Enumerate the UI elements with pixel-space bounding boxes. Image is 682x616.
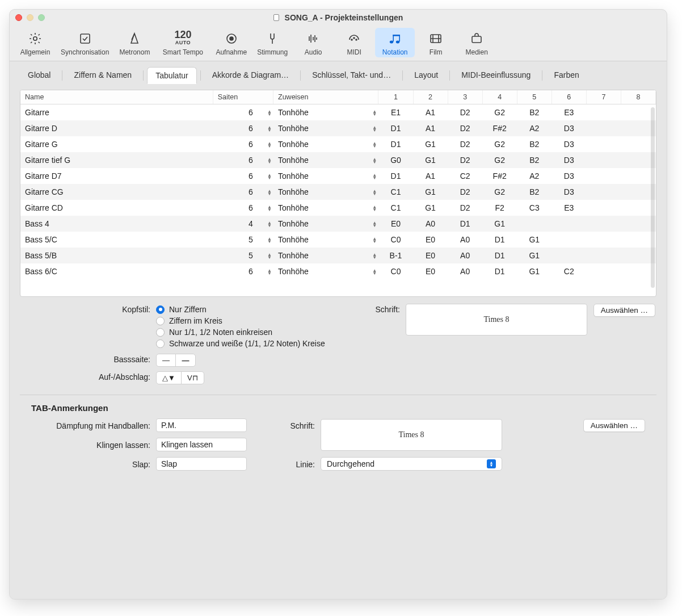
stepper-icon[interactable]: ▲▼ [372,190,377,195]
th-4[interactable]: 4 [482,90,517,104]
stepper-icon[interactable]: ▲▼ [267,190,272,195]
table-row[interactable]: Gitarre tief G6▲▼Tonhöhe▲▼G0G1D2G2B2D3 [20,152,656,168]
cell-saiten[interactable]: 6 [213,104,258,121]
tb-film[interactable]: Film [416,28,456,57]
cell-string-7[interactable] [586,263,621,279]
cell-zuweisen[interactable]: Tonhöhe [273,200,363,216]
tab-schluessel[interactable]: Schlüssel, Takt- und… [304,67,399,84]
cell-string-1[interactable]: C1 [378,184,413,200]
stepper-icon[interactable]: ▲▼ [267,269,272,275]
cell-string-5[interactable]: A2 [517,168,552,184]
cell-string-3[interactable]: D1 [448,216,482,232]
cell-zuweisen[interactable]: Tonhöhe [273,136,363,152]
tab-ziffern-namen[interactable]: Ziffern & Namen [66,67,140,84]
cell-string-5[interactable]: G1 [517,263,552,279]
cell-zuweisen[interactable]: Tonhöhe [273,248,363,263]
stepper-icon[interactable]: ▲▼ [267,237,272,243]
cell-string-3[interactable]: D2 [448,184,482,200]
cell-name[interactable]: Gitarre CG [20,184,213,200]
stepper-icon[interactable]: ▲▼ [372,237,377,243]
tab-farben[interactable]: Farben [546,67,587,84]
cell-string-3[interactable]: D2 [448,120,482,136]
close-window-button[interactable] [15,14,22,21]
cell-string-5[interactable]: C3 [517,200,552,216]
cell-string-6[interactable] [552,248,586,263]
cell-string-1[interactable]: D1 [378,168,413,184]
tab-midi-beeinflussung[interactable]: MIDI-Beeinflussung [453,67,538,84]
stepper-icon[interactable]: ▲▼ [267,126,272,132]
cell-string-4[interactable]: F#2 [482,168,517,184]
cell-string-1[interactable]: B-1 [378,248,413,263]
cell-string-1[interactable]: C0 [378,263,413,279]
cell-string-7[interactable] [586,104,621,121]
cell-string-5[interactable]: B2 [517,152,552,168]
cell-string-3[interactable]: D2 [448,200,482,216]
cell-zuweisen[interactable]: Tonhöhe [273,263,363,279]
cell-string-5[interactable]: B2 [517,184,552,200]
cell-name[interactable]: Gitarre [20,104,213,121]
th-saiten[interactable]: Saiten [213,90,273,104]
th-6[interactable]: 6 [552,90,586,104]
th-zuweisen[interactable]: Zuweisen [273,90,378,104]
cell-string-3[interactable]: A0 [448,263,482,279]
cell-name[interactable]: Gitarre CD [20,200,213,216]
th-3[interactable]: 3 [448,90,482,104]
cell-saiten[interactable]: 6 [213,168,258,184]
cell-string-1[interactable]: D1 [378,120,413,136]
cell-string-1[interactable]: E0 [378,216,413,232]
tab-akkorde[interactable]: Akkorde & Diagram… [204,67,297,84]
radio-nur-ziffern[interactable]: Nur Ziffern [156,304,360,315]
cell-string-4[interactable]: G2 [482,136,517,152]
cell-string-2[interactable]: A1 [413,104,448,121]
cell-saiten[interactable]: 6 [213,184,258,200]
cell-name[interactable]: Gitarre D7 [20,168,213,184]
cell-string-6[interactable]: D3 [552,120,586,136]
stepper-icon[interactable]: ▲▼ [372,206,377,211]
table-row[interactable]: Bass 5/C5▲▼Tonhöhe▲▼C0E0A0D1G1 [20,232,656,248]
stepper-icon[interactable]: ▲▼ [267,110,272,116]
cell-string-7[interactable] [586,120,621,136]
cell-string-4[interactable]: D1 [482,232,517,248]
cell-string-2[interactable]: G1 [413,152,448,168]
cell-string-2[interactable]: A1 [413,168,448,184]
cell-string-1[interactable]: C0 [378,232,413,248]
cell-string-7[interactable] [586,216,621,232]
cell-string-3[interactable]: C2 [448,168,482,184]
stroke-opt-a[interactable]: △▼ [157,372,182,384]
slap-input[interactable]: Slap [156,457,247,471]
tb-medien[interactable]: Medien [457,28,496,57]
minimize-window-button[interactable] [27,14,33,21]
stepper-icon[interactable]: ▲▼ [267,158,272,164]
cell-saiten[interactable]: 6 [213,200,258,216]
cell-string-4[interactable]: G2 [482,152,517,168]
table-scrollbar[interactable] [651,107,655,288]
zoom-window-button[interactable] [38,14,45,21]
tb-smart-tempo[interactable]: 120 AUTO Smart Tempo [155,28,210,57]
cell-string-4[interactable]: G2 [482,184,517,200]
th-1[interactable]: 1 [378,90,413,104]
cell-string-3[interactable]: D2 [448,136,482,152]
cell-string-6[interactable]: E3 [552,200,586,216]
cell-string-1[interactable]: E1 [378,104,413,121]
cell-string-7[interactable] [586,136,621,152]
cell-string-5[interactable]: A2 [517,120,552,136]
cell-string-7[interactable] [586,232,621,248]
table-row[interactable]: Gitarre D6▲▼Tonhöhe▲▼D1A1D2F#2A2D3 [20,120,656,136]
cell-name[interactable]: Bass 4 [20,216,213,232]
cell-string-4[interactable]: D1 [482,248,517,263]
cell-zuweisen[interactable]: Tonhöhe [273,216,363,232]
cell-string-5[interactable]: B2 [517,104,552,121]
th-8[interactable]: 8 [621,90,655,104]
stepper-icon[interactable]: ▲▼ [372,142,377,148]
stepper-icon[interactable]: ▲▼ [372,221,377,227]
cell-string-6[interactable]: E3 [552,104,586,121]
cell-string-2[interactable]: A0 [413,216,448,232]
cell-name[interactable]: Gitarre G [20,136,213,152]
cell-zuweisen[interactable]: Tonhöhe [273,152,363,168]
stepper-icon[interactable]: ▲▼ [372,126,377,132]
cell-string-5[interactable] [517,216,552,232]
cell-zuweisen[interactable]: Tonhöhe [273,120,363,136]
daempfung-input[interactable]: P.M. [156,418,247,432]
cell-string-4[interactable]: D1 [482,263,517,279]
cell-string-3[interactable]: A0 [448,232,482,248]
